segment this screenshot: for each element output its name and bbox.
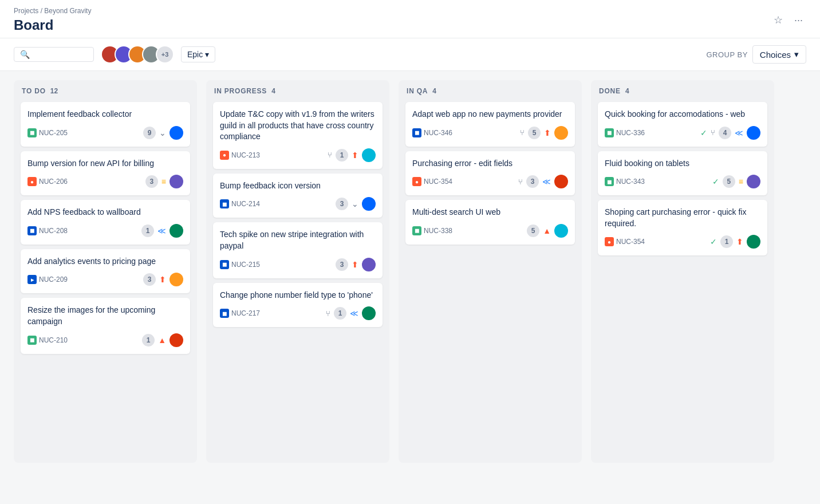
card[interactable]: Bump feedback icon version ◼ NUC-214 3 ⌄	[213, 174, 383, 218]
card-footer: ◼ NUC-215 3 ⬆	[220, 258, 376, 271]
issue-id: NUC-209	[39, 275, 68, 284]
issue-id: NUC-336	[616, 129, 645, 137]
task-icon: ◼	[412, 128, 421, 137]
avatar	[554, 126, 568, 140]
card-footer: ● NUC-354 ✓ 1 ⬆	[605, 235, 760, 249]
issue-id: NUC-206	[39, 178, 68, 186]
avatar	[169, 224, 183, 238]
card-title: Bump version for new API for billing	[27, 158, 183, 170]
column-title: IN QA	[407, 87, 428, 95]
card[interactable]: Purchasing error - edit fields ● NUC-354…	[405, 151, 575, 196]
issue-id: NUC-208	[39, 227, 68, 235]
card-title: Bump feedback icon version	[220, 180, 376, 192]
card-footer: ◼ NUC-338 5 ▲	[412, 224, 568, 238]
avatar-more[interactable]: +3	[156, 45, 174, 64]
avatar	[169, 175, 183, 188]
card-title: Tech spike on new stripe integration wit…	[220, 229, 376, 251]
story-points: 3	[336, 198, 348, 210]
card[interactable]: Shoping cart purchasing error - quick fi…	[598, 200, 767, 255]
column-header: IN QA 4	[405, 87, 575, 95]
column-count: 12	[50, 87, 58, 95]
priority-high-icon: ⬆	[159, 275, 166, 284]
story-points: 3	[145, 175, 158, 188]
epic-label: Epic	[187, 50, 203, 59]
story-icon: ◼	[27, 336, 37, 345]
issue-id: NUC-213	[231, 151, 260, 159]
card-title: Add analytics events to pricing page	[27, 256, 183, 267]
story-points: 9	[143, 127, 156, 139]
avatar-group[interactable]: +3	[101, 45, 174, 64]
branch-icon: ⑂	[518, 178, 523, 186]
epic-filter-button[interactable]: Epic ▾	[181, 46, 215, 62]
issue-id: NUC-217	[231, 309, 260, 317]
card-title: Change phone number field type to 'phone…	[220, 290, 376, 301]
bug-icon: ●	[27, 177, 37, 186]
branch-icon: ⑂	[711, 128, 715, 137]
card[interactable]: Add NPS feedback to wallboard ◼ NUC-208 …	[21, 200, 190, 245]
more-button[interactable]: ···	[791, 12, 806, 29]
story-points: 3	[526, 175, 539, 188]
issue-badge: ◼ NUC-346	[412, 128, 452, 137]
column-inprogress: IN PROGRESS 4 Update T&C copy with v1.9 …	[206, 80, 389, 463]
choices-button[interactable]: Choices ▾	[752, 45, 806, 64]
story-points: 5	[528, 127, 541, 139]
card[interactable]: Fluid booking on tablets ◼ NUC-343 ✓ 5 ≡	[598, 151, 767, 196]
story-icon: ◼	[605, 177, 614, 186]
card[interactable]: Implement feedback collector ◼ NUC-205 9…	[21, 102, 190, 147]
priority-high-icon: ⬆	[352, 260, 358, 269]
card[interactable]: Add analytics events to pricing page ▸ N…	[21, 249, 190, 294]
card[interactable]: Bump version for new API for billing ● N…	[21, 151, 190, 196]
priority-low-icon: ≪	[542, 177, 551, 186]
app-header: Projects / Beyond Gravity Board ☆ ··· 🔍 …	[0, 0, 820, 71]
card-title: Adapt web app no new payments provider	[412, 109, 568, 120]
bug-icon: ●	[605, 237, 614, 246]
column-title: IN PROGRESS	[214, 87, 267, 95]
story-points: 5	[527, 225, 539, 237]
story-points: 1	[720, 235, 733, 248]
column-header: TO DO 12	[21, 87, 190, 95]
card-footer: ● NUC-206 3 ≡	[27, 175, 183, 188]
card-footer: ● NUC-213 ⑂ 1 ⬆	[220, 148, 376, 162]
choices-label: Choices	[760, 50, 791, 60]
issue-badge: ● NUC-213	[220, 151, 260, 160]
issue-id: NUC-354	[424, 178, 452, 186]
avatar	[362, 258, 376, 271]
card-footer: ◼ NUC-217 ⑂ 1 ≪	[220, 306, 376, 320]
priority-down-icon: ⌄	[159, 128, 166, 137]
avatar	[169, 126, 183, 140]
avatar	[169, 273, 183, 286]
column-header: IN PROGRESS 4	[213, 87, 383, 95]
card[interactable]: Resize the images for the upcoming campa…	[21, 298, 190, 353]
card-title: Fluid booking on tablets	[605, 158, 760, 170]
card[interactable]: Quick booking for accomodations - web ◼ …	[598, 102, 767, 147]
avatar	[747, 126, 760, 140]
story-points: 1	[141, 225, 154, 237]
card-title: Add NPS feedback to wallboard	[27, 207, 183, 218]
card-footer: ◼ NUC-346 ⑂ 5 ⬆	[412, 126, 568, 140]
search-input[interactable]	[33, 50, 90, 59]
check-icon: ✓	[710, 237, 717, 246]
card[interactable]: Multi-dest search UI web ◼ NUC-338 5 ▲	[405, 200, 575, 245]
branch-icon: ⑂	[328, 151, 332, 159]
issue-badge: ◼ NUC-215	[220, 260, 260, 269]
issue-badge: ◼ NUC-343	[605, 177, 645, 186]
card[interactable]: Update T&C copy with v1.9 from the write…	[213, 102, 383, 169]
column-count: 4	[625, 87, 629, 95]
priority-low-icon: ≪	[735, 128, 743, 137]
bug-icon: ●	[220, 151, 229, 160]
card[interactable]: Tech spike on new stripe integration wit…	[213, 222, 383, 278]
issue-id: NUC-205	[39, 129, 68, 137]
card[interactable]: Change phone number field type to 'phone…	[213, 283, 383, 328]
issue-badge: ● NUC-354	[412, 177, 452, 186]
task-icon: ◼	[220, 309, 229, 318]
card-footer: ◼ NUC-343 ✓ 5 ≡	[605, 175, 760, 188]
priority-low-icon: ≪	[157, 226, 166, 235]
avatar	[554, 224, 568, 238]
issue-id: NUC-215	[231, 261, 260, 269]
avatar	[554, 175, 568, 188]
card[interactable]: Adapt web app no new payments provider ◼…	[405, 102, 575, 147]
star-button[interactable]: ☆	[770, 11, 786, 29]
task-icon: ◼	[27, 226, 37, 235]
story-icon: ◼	[412, 226, 421, 235]
card-footer: ◼ NUC-210 1 ▲	[27, 333, 183, 347]
